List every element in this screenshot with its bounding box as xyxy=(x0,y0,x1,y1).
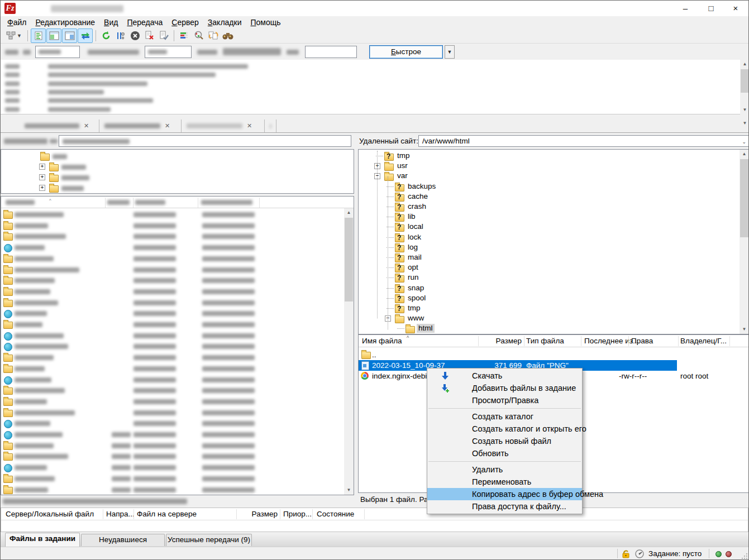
list-item[interactable] xyxy=(1,286,344,297)
menu-Вид[interactable]: Вид xyxy=(99,17,122,28)
scroll-down-icon[interactable]: ▼ xyxy=(740,106,749,114)
tree-expander-icon[interactable]: + xyxy=(39,164,45,170)
list-item[interactable] xyxy=(1,352,344,363)
list-item[interactable] xyxy=(1,451,344,462)
find-files-button[interactable] xyxy=(221,29,235,42)
column-header-4[interactable]: Права xyxy=(631,335,653,347)
local-file-list[interactable]: ^ ▲ ▼ xyxy=(1,196,354,495)
synchronized-browsing-button[interactable] xyxy=(206,29,220,42)
column-divider[interactable] xyxy=(364,509,365,519)
list-item[interactable] xyxy=(1,265,344,275)
queue-header[interactable]: Сервер/Локальный файлНапра...Файл на сер… xyxy=(1,508,748,520)
tree-row-tmp[interactable]: tmp xyxy=(359,303,740,313)
tree-row-lib[interactable]: lib xyxy=(359,212,740,222)
list-item[interactable] xyxy=(1,242,344,253)
cancel-button[interactable] xyxy=(128,29,142,42)
tree-row[interactable] xyxy=(1,151,354,161)
toggle-local-pane-button[interactable] xyxy=(46,28,61,43)
list-item[interactable] xyxy=(1,221,344,231)
list-item[interactable] xyxy=(1,331,344,341)
remote-tree-scrollbar[interactable]: ▲ ▼ xyxy=(740,150,749,334)
tab-close-icon[interactable]: ✕ xyxy=(247,123,252,129)
tree-row[interactable]: + xyxy=(1,173,354,183)
tree-row-run[interactable]: run xyxy=(359,272,740,283)
list-item[interactable] xyxy=(1,341,344,352)
column-divider[interactable] xyxy=(133,509,134,519)
list-item[interactable] xyxy=(1,253,344,264)
context-menu-item[interactable]: Добавить файлы в задание xyxy=(427,382,582,394)
queue-column-3[interactable]: Размер xyxy=(238,508,278,520)
quickconnect-button[interactable]: Быстрое соединение xyxy=(369,45,443,59)
tree-row-crash[interactable]: crash xyxy=(359,202,740,212)
menu-Помощь[interactable]: Помощь xyxy=(246,17,285,28)
menu-Файл[interactable]: Файл xyxy=(3,17,31,28)
tree-row[interactable]: + xyxy=(1,183,354,193)
scroll-up-icon[interactable]: ▲ xyxy=(740,150,749,159)
title-bar[interactable]: Fz – □ × xyxy=(1,1,748,16)
list-item[interactable] xyxy=(1,375,344,385)
tree-row-mail[interactable]: mail xyxy=(359,252,740,262)
local-path-combobox[interactable] xyxy=(59,135,351,147)
server-tab[interactable]: ✕ xyxy=(20,119,99,132)
maximize-button[interactable]: □ xyxy=(698,1,724,16)
column-header-5[interactable]: Владелец/Г... xyxy=(680,335,727,347)
queue-column-0[interactable]: Сервер/Локальный файл xyxy=(6,508,94,520)
username-input[interactable] xyxy=(145,46,192,58)
queue-column-2[interactable]: Файл на сервере xyxy=(137,508,197,520)
port-input[interactable] xyxy=(305,46,357,58)
tree-row-backups[interactable]: backups xyxy=(359,181,740,192)
server-tab[interactable]: ✕ xyxy=(100,119,182,132)
process-queue-button[interactable] xyxy=(113,29,127,42)
list-item[interactable] xyxy=(1,319,344,330)
log-scrollbar-thumb[interactable] xyxy=(741,69,749,93)
tree-expander-icon[interactable]: + xyxy=(39,174,45,180)
remote-tree[interactable]: tmp+usr−varbackupscachecrashliblocallock… xyxy=(358,149,749,334)
tree-row-log[interactable]: log xyxy=(359,242,740,252)
list-item[interactable] xyxy=(1,396,344,407)
menu-Закладки[interactable]: Закладки xyxy=(203,17,246,28)
tree-row-opt[interactable]: opt xyxy=(359,262,740,272)
scroll-up-icon[interactable]: ▲ xyxy=(740,60,749,69)
column-divider[interactable] xyxy=(581,336,581,346)
queue-column-5[interactable]: Состояние xyxy=(317,508,354,520)
toggle-transfer-queue-button[interactable] xyxy=(78,28,93,43)
column-header-0[interactable]: Имя файла xyxy=(362,335,402,347)
context-menu-item[interactable]: Скачать xyxy=(427,370,582,382)
list-item[interactable] xyxy=(1,298,344,308)
reconnect-button[interactable] xyxy=(157,29,171,42)
list-item[interactable] xyxy=(1,385,344,396)
tree-row-tmp[interactable]: tmp xyxy=(359,151,740,161)
local-list-scrollbar[interactable]: ▲ ▼ xyxy=(344,208,354,495)
scrollbar-thumb[interactable] xyxy=(345,218,353,301)
list-item[interactable] xyxy=(1,462,344,473)
column-divider[interactable] xyxy=(524,336,524,346)
chevron-down-icon[interactable]: ⌄ xyxy=(742,139,746,145)
tree-row-spool[interactable]: spool xyxy=(359,293,740,303)
column-divider[interactable] xyxy=(280,509,280,519)
column-divider[interactable] xyxy=(312,509,313,519)
queue-column-4[interactable]: Приор... xyxy=(283,508,312,520)
password-input-blurred[interactable] xyxy=(223,48,281,55)
resize-grip[interactable] xyxy=(742,553,747,559)
tree-row-local[interactable]: local xyxy=(359,222,740,232)
scrollbar-thumb[interactable] xyxy=(740,159,748,237)
column-divider[interactable] xyxy=(103,509,103,519)
local-tree[interactable]: +++ xyxy=(1,149,354,194)
column-divider[interactable] xyxy=(729,336,730,346)
list-item[interactable] xyxy=(1,408,344,418)
queue-column-1[interactable]: Напра... xyxy=(106,508,135,520)
context-menu-item[interactable]: Удалить xyxy=(427,463,582,476)
local-list-header[interactable]: ^ xyxy=(1,197,354,208)
context-menu-item[interactable]: Обновить xyxy=(427,447,582,460)
tree-row[interactable]: + xyxy=(1,162,354,172)
menu-Сервер[interactable]: Сервер xyxy=(167,17,203,28)
list-item[interactable] xyxy=(1,209,344,220)
column-divider[interactable] xyxy=(478,336,479,346)
tree-row-www[interactable]: −www xyxy=(359,313,740,323)
tree-row-lock[interactable]: lock xyxy=(359,232,740,242)
context-menu-item[interactable]: Создать каталог и открыть его xyxy=(427,423,582,435)
context-menu-item[interactable]: Права доступа к файлу... xyxy=(427,500,582,513)
site-manager-button[interactable]: ▼ xyxy=(3,29,25,42)
menu-Редактирование[interactable]: Редактирование xyxy=(31,17,99,28)
list-item[interactable] xyxy=(1,429,344,440)
